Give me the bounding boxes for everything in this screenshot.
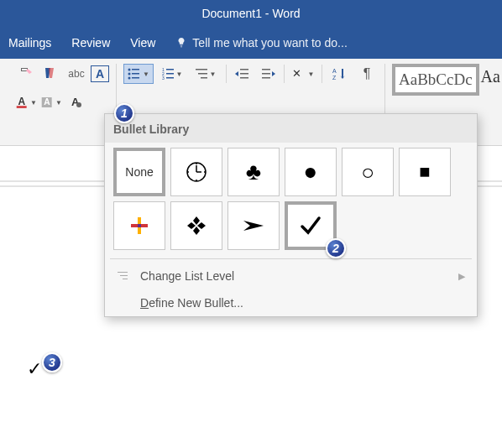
change-list-level-item[interactable]: Change List Level ▶ <box>105 263 477 289</box>
numbering-button[interactable]: 123 ▼ <box>157 64 187 84</box>
svg-rect-20 <box>201 77 207 79</box>
callout-badge-3: 3 <box>42 352 62 372</box>
svg-rect-22 <box>240 73 248 75</box>
svg-text:3: 3 <box>162 76 165 80</box>
style-extra[interactable]: Aa <box>479 64 502 90</box>
svg-rect-18 <box>196 69 207 70</box>
styles-group: AaBbCcDc Aa <box>385 64 502 96</box>
tab-view[interactable]: View <box>130 36 155 49</box>
svg-rect-9 <box>132 73 139 75</box>
svg-rect-11 <box>132 77 139 79</box>
increase-indent-button[interactable] <box>257 64 279 84</box>
svg-point-8 <box>128 73 131 76</box>
callout-badge-1: 1 <box>114 103 134 123</box>
svg-point-6 <box>128 69 131 71</box>
tab-mailings[interactable]: Mailings <box>8 36 51 49</box>
svg-text:A: A <box>332 68 337 74</box>
clock-icon <box>186 161 207 183</box>
svg-rect-23 <box>240 77 248 79</box>
svg-rect-42 <box>123 279 128 279</box>
bullet-diamond4[interactable] <box>170 201 222 250</box>
bullet-square[interactable]: ■ <box>399 148 451 196</box>
svg-point-33 <box>196 163 197 164</box>
svg-point-34 <box>204 171 206 173</box>
svg-text:A: A <box>44 97 50 107</box>
svg-rect-1 <box>17 106 27 108</box>
svg-text:Z: Z <box>332 75 337 81</box>
svg-text:✕: ✕ <box>292 67 301 80</box>
checkmark-bullet-icon: ✓ <box>27 358 42 379</box>
text-highlight-icon[interactable]: A▼ <box>40 92 62 112</box>
bullet-flower[interactable] <box>113 201 165 250</box>
enclose-characters-icon[interactable]: A <box>91 65 109 82</box>
lightbulb-icon <box>175 37 187 49</box>
svg-rect-40 <box>118 272 128 273</box>
bullet-arrow[interactable] <box>227 201 280 250</box>
bullet-disc[interactable]: ● <box>285 148 337 196</box>
decrease-indent-button[interactable] <box>232 64 254 84</box>
callout-badge-2: 2 <box>326 238 346 258</box>
svg-rect-24 <box>262 69 270 70</box>
svg-rect-13 <box>166 69 174 70</box>
four-diamond-icon <box>186 215 207 237</box>
number-list-icon: 123 <box>162 68 175 80</box>
title-bar: Document1 - Word <box>0 0 502 27</box>
svg-rect-26 <box>262 77 270 79</box>
bullet-clock[interactable] <box>170 148 222 196</box>
svg-rect-19 <box>198 73 207 75</box>
character-shading-icon[interactable]: A <box>65 92 87 112</box>
bullet-club[interactable]: ♣ <box>227 148 280 196</box>
svg-point-10 <box>128 77 131 80</box>
font-group: abc A A▼ A▼ A <box>8 64 117 141</box>
sort-button[interactable]: AZ <box>327 64 353 84</box>
arrowhead-icon <box>242 217 265 234</box>
multilevel-list-button[interactable]: ▼ <box>191 64 221 84</box>
bullet-library-dropdown: Bullet Library None ♣ ● ○ ■ Change List … <box>104 113 478 317</box>
svg-rect-15 <box>166 73 174 75</box>
svg-point-5 <box>76 102 81 107</box>
font-color-icon[interactable]: A▼ <box>15 92 37 112</box>
svg-point-36 <box>187 171 189 173</box>
indent-icon <box>117 271 130 281</box>
bullet-grid: None ♣ ● ○ ■ <box>105 143 477 255</box>
multilevel-list-icon <box>196 68 209 80</box>
clear-formatting-icon[interactable] <box>40 64 62 84</box>
bullet-list-icon <box>128 68 141 80</box>
bullet-none[interactable]: None <box>113 148 165 196</box>
document-title: Document1 - Word <box>201 7 300 20</box>
tell-me-search[interactable]: Tell me what you want to do... <box>175 36 347 49</box>
character-border-icon[interactable]: abc <box>65 64 87 84</box>
asian-layout-button[interactable]: ✕▼ <box>290 64 316 84</box>
chevron-right-icon: ▶ <box>458 271 465 282</box>
svg-point-35 <box>196 180 197 181</box>
bullets-button[interactable]: ▼ <box>123 64 154 84</box>
style-normal[interactable]: AaBbCcDc <box>392 64 479 96</box>
document-bullet-line: ✓ <box>27 358 42 380</box>
svg-rect-39 <box>138 224 141 227</box>
checkmark-icon <box>300 216 322 236</box>
svg-rect-7 <box>132 69 139 70</box>
format-painter-icon[interactable] <box>15 64 37 84</box>
svg-rect-41 <box>120 275 128 276</box>
show-hide-button[interactable]: ¶ <box>356 64 378 84</box>
flower-icon <box>129 216 149 236</box>
svg-rect-25 <box>262 73 270 75</box>
svg-text:A: A <box>18 96 25 107</box>
bullet-circle[interactable]: ○ <box>342 148 394 196</box>
ribbon-tabs: Mailings Review View Tell me what you wa… <box>0 27 502 59</box>
dropdown-header: Bullet Library <box>105 114 477 143</box>
dropdown-separator <box>110 258 472 259</box>
svg-rect-17 <box>166 77 174 79</box>
define-new-bullet-item[interactable]: Define New Bullet... <box>105 289 477 316</box>
svg-rect-21 <box>240 69 248 70</box>
tab-review[interactable]: Review <box>71 36 110 49</box>
